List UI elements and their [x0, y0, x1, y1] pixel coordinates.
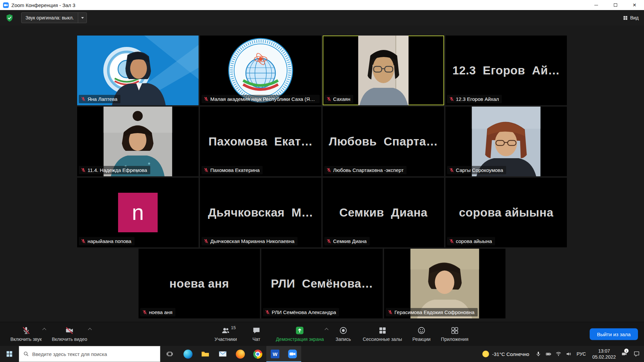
- gallery-row-4: ноева аня ноева аня РЛИ Семёнова… РЛИ Се…: [0, 249, 644, 318]
- participant-name: Саргы Сорокоумова: [456, 167, 503, 173]
- chat-icon: [252, 326, 261, 335]
- muted-mic-icon: [449, 168, 454, 173]
- participant-name: Герасимова Евдокия Софроновна: [394, 309, 475, 315]
- tray-battery-button[interactable]: [543, 346, 553, 362]
- system-tray: -31°C Солнечно РУС 13:07 05.02.2022 1: [478, 346, 644, 362]
- taskbar-clock[interactable]: 13:07 05.02.2022: [589, 348, 619, 360]
- participant-tile-7[interactable]: Любовь Спарта… Любовь Спартаковна -экспе…: [323, 107, 444, 176]
- weather-text: -31°C Солнечно: [492, 351, 529, 357]
- muted-mic-icon: [449, 97, 454, 102]
- search-input[interactable]: [32, 351, 156, 357]
- participant-name: ноева аня: [149, 309, 172, 315]
- taskbar-edge-button[interactable]: [179, 346, 197, 362]
- task-view-icon: [166, 350, 173, 358]
- participant-tile-13[interactable]: ноева аня ноева аня: [139, 249, 260, 318]
- participant-tile-4[interactable]: 12.3 Егоров Ай… 12.3 Егоров Айхал: [445, 36, 567, 105]
- participant-name: Семкив Диана: [333, 238, 367, 244]
- taskbar-search[interactable]: [19, 346, 160, 362]
- participants-button[interactable]: 15 Участники: [209, 324, 242, 344]
- speaker-icon: [566, 351, 572, 357]
- mail-icon: [218, 350, 227, 358]
- muted-mic-icon: [204, 97, 209, 102]
- participant-tile-8[interactable]: Саргы Сорокоумова: [445, 107, 567, 176]
- view-button[interactable]: Вид: [623, 15, 639, 20]
- close-button[interactable]: [625, 0, 644, 10]
- window-controls: [587, 0, 644, 10]
- zoom-tray-button[interactable]: 1: [619, 346, 629, 362]
- chevron-up-icon[interactable]: [88, 328, 92, 331]
- participant-tile-14[interactable]: РЛИ Семёнова… РЛИ Семёнова Александра: [261, 249, 383, 318]
- tray-mic-button[interactable]: [533, 346, 543, 362]
- avatar-initial: n: [132, 202, 144, 223]
- taskbar-mail-button[interactable]: [214, 346, 231, 362]
- unmute-label: Включить звук: [10, 337, 42, 342]
- security-shield-icon[interactable]: [5, 14, 14, 22]
- participant-video: [358, 36, 409, 105]
- participant-tile-5[interactable]: 11.4. Надежда Ефремова: [77, 107, 199, 176]
- taskbar-word-button[interactable]: [266, 346, 284, 362]
- gallery-row-1: Яна Лаптева: [0, 36, 644, 105]
- chevron-up-icon[interactable]: [43, 328, 46, 331]
- participant-name-label: Дьячковская Марианна Николаевна: [202, 237, 298, 245]
- muted-mic-icon: [81, 168, 86, 173]
- original-sound-button[interactable]: Звук оригинала: выкл.: [21, 12, 87, 23]
- maximize-button[interactable]: [606, 0, 625, 10]
- participant-name-label: Малая академия наук Республики Саха (Яку…: [202, 95, 320, 103]
- language-indicator[interactable]: РУС: [574, 351, 589, 357]
- participant-tile-10[interactable]: Дьячковская М… Дьячковская Марианна Нико…: [200, 178, 321, 247]
- participant-name: Сахаян: [333, 96, 350, 102]
- task-view-button[interactable]: [160, 346, 179, 362]
- breakout-rooms-icon: [378, 326, 387, 335]
- start-video-label: Включить видео: [52, 337, 87, 342]
- reactions-label: Реакции: [413, 337, 431, 342]
- camera-muted-icon: [65, 326, 74, 335]
- participant-tile-6[interactable]: Пахомова Екат… Пахомова Екатерина: [200, 107, 321, 176]
- reactions-button[interactable]: Реакции: [407, 324, 436, 344]
- unmute-button[interactable]: Включить звук: [5, 324, 47, 344]
- participant-tile-1[interactable]: Яна Лаптева: [77, 36, 199, 105]
- original-sound-dropdown[interactable]: [78, 13, 87, 23]
- taskbar-explorer-button[interactable]: [197, 346, 214, 362]
- participant-tile-11[interactable]: Семкив Диана Семкив Диана: [323, 178, 444, 247]
- participant-name-label: Любовь Спартаковна -эксперт: [324, 166, 407, 174]
- participant-tile-9[interactable]: n нарыйаана попова: [77, 178, 199, 247]
- taskbar-firefox-button[interactable]: [231, 346, 249, 362]
- tray-network-button[interactable]: [553, 346, 564, 362]
- original-sound-label: Звук оригинала: выкл.: [21, 13, 78, 23]
- edge-icon: [183, 350, 193, 359]
- gallery-view: Яна Лаптева: [0, 25, 644, 322]
- network-icon: [555, 351, 561, 357]
- taskbar-zoom-button[interactable]: [284, 346, 301, 362]
- participant-name-label: Яна Лаптева: [79, 95, 120, 103]
- share-screen-button[interactable]: Демонстрация экрана: [271, 324, 329, 344]
- muted-mic-icon: [326, 97, 331, 102]
- participant-name-label: Сахаян: [324, 95, 353, 103]
- action-center-button[interactable]: [629, 351, 644, 357]
- leave-room-button[interactable]: Выйти из зала: [590, 328, 638, 340]
- participant-tile-3-active-speaker[interactable]: Сахаян: [323, 36, 444, 105]
- muted-mic-icon: [449, 239, 454, 244]
- muted-mic-icon: [204, 168, 209, 173]
- minimize-button[interactable]: [587, 0, 606, 10]
- participant-name-label: Пахомова Екатерина: [202, 166, 263, 174]
- muted-mic-icon: [204, 239, 209, 244]
- chevron-up-icon[interactable]: [325, 328, 328, 331]
- record-button[interactable]: Запись: [329, 324, 358, 344]
- participants-count: 15: [231, 325, 235, 330]
- apps-button[interactable]: Приложения: [436, 324, 474, 344]
- firefox-icon: [236, 350, 245, 359]
- participant-name: нарыйаана попова: [88, 238, 131, 244]
- zoom-icon: [288, 350, 297, 358]
- participant-tile-12[interactable]: сорова айыына сорова айыына: [445, 178, 567, 247]
- chat-button[interactable]: Чат: [242, 324, 271, 344]
- tray-volume-button[interactable]: [564, 346, 574, 362]
- taskbar-chrome-button[interactable]: [249, 346, 266, 362]
- share-screen-icon: [296, 326, 304, 335]
- start-button[interactable]: [0, 346, 19, 362]
- participant-tile-2[interactable]: Малая академия наук Республики Саха (Яку…: [200, 36, 321, 105]
- start-video-button[interactable]: Включить видео: [47, 324, 92, 344]
- participant-tile-15[interactable]: Герасимова Евдокия Софроновна: [384, 249, 505, 318]
- breakout-rooms-button[interactable]: Сессионные залы: [358, 324, 407, 344]
- sun-icon: [482, 351, 489, 357]
- weather-widget[interactable]: -31°C Солнечно: [478, 351, 533, 357]
